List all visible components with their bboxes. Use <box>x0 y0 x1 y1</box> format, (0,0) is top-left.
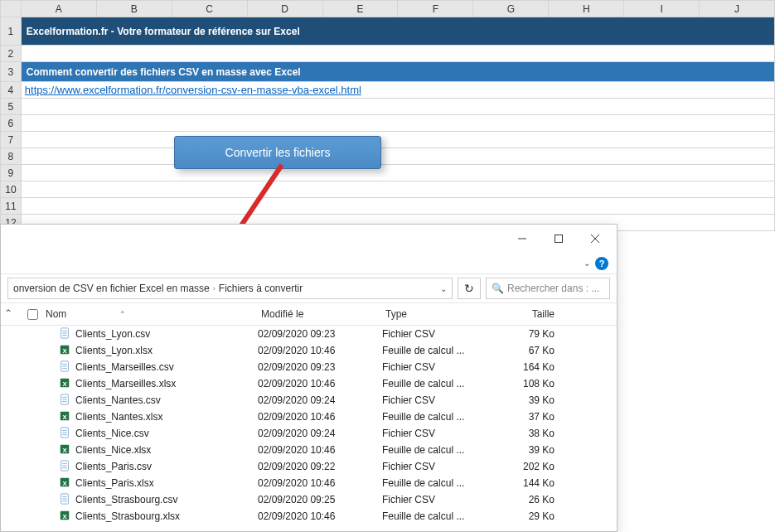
file-modified: 02/09/2020 09:24 <box>258 394 382 406</box>
select-all-checkbox[interactable] <box>24 309 42 320</box>
svg-text:X: X <box>62 479 67 486</box>
cell[interactable] <box>21 165 774 181</box>
file-type: Fichier CSV <box>382 361 490 373</box>
url-link[interactable]: https://www.excelformation.fr/conversion… <box>25 84 361 96</box>
file-size: 38 Ko <box>490 428 564 439</box>
col-header[interactable]: D <box>247 1 322 17</box>
row-header[interactable]: 10 <box>1 181 22 198</box>
column-header-modified[interactable]: Modifié le <box>258 308 382 320</box>
breadcrumb-part[interactable]: onversion de CSV en fichier Excel en mas… <box>13 283 210 294</box>
minimize-button[interactable] <box>504 226 540 251</box>
file-row[interactable]: XClients_Strasbourg.xlsx02/09/2020 10:46… <box>1 508 617 525</box>
file-row[interactable]: Clients_Strasbourg.csv02/09/2020 09:25Fi… <box>1 491 617 508</box>
select-all-corner[interactable] <box>1 1 22 17</box>
file-name: Clients_Marseilles.xlsx <box>75 378 176 389</box>
file-size: 164 Ko <box>490 361 564 373</box>
row-header[interactable]: 9 <box>1 165 22 181</box>
cell[interactable] <box>21 99 774 115</box>
col-header[interactable]: A <box>21 1 96 17</box>
file-row[interactable]: XClients_Lyon.xlsx02/09/2020 10:46Feuill… <box>1 342 617 359</box>
minimize-icon <box>518 235 526 243</box>
excel-icon: X <box>59 510 70 524</box>
file-size: 144 Ko <box>490 477 564 489</box>
file-type: Feuille de calcul ... <box>382 477 490 489</box>
col-header[interactable]: G <box>473 1 549 17</box>
file-row[interactable]: XClients_Paris.xlsx02/09/2020 10:46Feuil… <box>1 475 617 491</box>
cell[interactable] <box>21 46 774 62</box>
maximize-button[interactable] <box>540 226 577 251</box>
file-name: Clients_Strasbourg.csv <box>75 494 177 505</box>
file-explorer-window: ⌄ ? onversion de CSV en fichier Excel en… <box>0 224 618 532</box>
col-header[interactable]: F <box>398 1 473 17</box>
col-header[interactable]: C <box>172 1 247 17</box>
cell[interactable] <box>21 115 774 132</box>
column-header-type[interactable]: Type <box>382 308 490 320</box>
row-header[interactable]: 1 <box>1 17 22 46</box>
svg-rect-3 <box>555 235 563 243</box>
row-header[interactable]: 8 <box>1 148 22 165</box>
file-row[interactable]: Clients_Lyon.csv02/09/2020 09:23Fichier … <box>1 326 617 342</box>
titlebar <box>1 225 617 253</box>
up-button[interactable]: ⌃ <box>4 307 12 319</box>
excel-icon: X <box>59 344 70 358</box>
col-header[interactable]: B <box>96 1 172 17</box>
row-header[interactable]: 5 <box>1 99 22 115</box>
breadcrumb[interactable]: onversion de CSV en fichier Excel en mas… <box>7 278 453 299</box>
file-row[interactable]: Clients_Marseilles.csv02/09/2020 09:23Fi… <box>1 359 617 375</box>
file-row[interactable]: Clients_Nantes.csv02/09/2020 09:24Fichie… <box>1 392 617 409</box>
col-header[interactable]: E <box>322 1 398 17</box>
search-input[interactable]: 🔍 Rechercher dans : ... <box>486 278 610 299</box>
refresh-button[interactable]: ↻ <box>458 278 481 299</box>
row-header[interactable]: 3 <box>1 62 22 82</box>
file-name: Clients_Nice.xlsx <box>75 444 151 456</box>
file-modified: 02/09/2020 10:46 <box>258 378 382 389</box>
file-type: Feuille de calcul ... <box>382 378 490 389</box>
col-header[interactable]: H <box>549 1 624 17</box>
csv-icon <box>59 493 70 507</box>
row-header[interactable]: 11 <box>1 198 22 215</box>
excel-icon: X <box>59 410 70 424</box>
maximize-icon <box>555 235 563 243</box>
file-row[interactable]: XClients_Marseilles.xlsx02/09/2020 10:46… <box>1 375 617 392</box>
row-header[interactable]: 2 <box>1 46 22 62</box>
col-header[interactable]: J <box>700 1 775 17</box>
column-header-size[interactable]: Taille <box>490 308 564 320</box>
close-button[interactable] <box>577 226 613 251</box>
cell[interactable] <box>21 198 774 215</box>
file-row[interactable]: Clients_Nice.csv02/09/2020 09:24Fichier … <box>1 425 617 442</box>
file-name: Clients_Nice.csv <box>75 428 149 439</box>
svg-text:X: X <box>62 346 67 354</box>
breadcrumb-part[interactable]: Fichiers à convertir <box>219 283 303 294</box>
row-header[interactable]: 7 <box>1 132 22 148</box>
subtitle-banner[interactable]: Comment convertir des fichiers CSV en ma… <box>21 62 774 82</box>
close-icon <box>591 235 599 243</box>
navigation-bar: onversion de CSV en fichier Excel en mas… <box>1 274 617 302</box>
convert-button[interactable]: Convertir les fichiers <box>174 136 381 169</box>
file-modified: 02/09/2020 09:25 <box>258 494 382 505</box>
breadcrumb-dropdown-icon[interactable]: ⌄ <box>440 284 447 293</box>
column-header-name[interactable]: Nom ⌃ <box>42 308 258 320</box>
cell[interactable] <box>21 181 774 198</box>
chevron-down-icon[interactable]: ⌄ <box>584 259 590 268</box>
row-header[interactable]: 6 <box>1 115 22 132</box>
file-name: Clients_Paris.xlsx <box>75 477 154 489</box>
csv-icon <box>59 360 70 375</box>
title-banner[interactable]: Excelformation.fr - Votre formateur de r… <box>21 17 774 46</box>
file-modified: 02/09/2020 10:46 <box>258 444 382 456</box>
file-name: Clients_Marseilles.csv <box>75 361 174 373</box>
cell[interactable] <box>21 148 774 165</box>
row-header[interactable]: 4 <box>1 82 22 99</box>
file-modified: 02/09/2020 09:23 <box>258 361 382 373</box>
file-row[interactable]: XClients_Nantes.xlsx02/09/2020 10:46Feui… <box>1 409 617 425</box>
svg-text:X: X <box>62 413 67 420</box>
url-cell[interactable]: https://www.excelformation.fr/conversion… <box>21 82 774 99</box>
col-header[interactable]: I <box>624 1 700 17</box>
file-row[interactable]: XClients_Nice.xlsx02/09/2020 10:46Feuill… <box>1 442 617 458</box>
cell[interactable] <box>21 132 774 148</box>
svg-text:X: X <box>62 512 67 520</box>
file-name: Clients_Lyon.csv <box>75 328 150 340</box>
file-size: 37 Ko <box>490 411 564 423</box>
file-row[interactable]: Clients_Paris.csv02/09/2020 09:22Fichier… <box>1 458 617 475</box>
file-type: Fichier CSV <box>382 394 490 406</box>
help-icon[interactable]: ? <box>595 257 608 270</box>
